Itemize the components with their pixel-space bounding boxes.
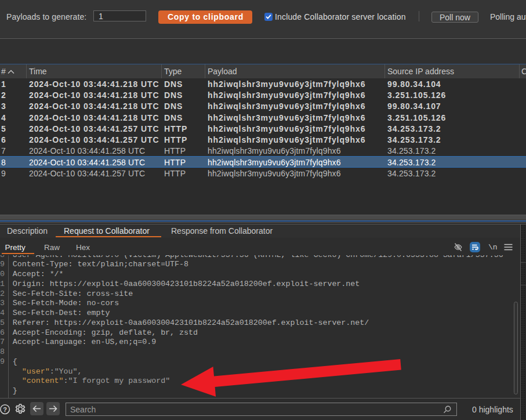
- svg-text:?: ?: [3, 406, 7, 413]
